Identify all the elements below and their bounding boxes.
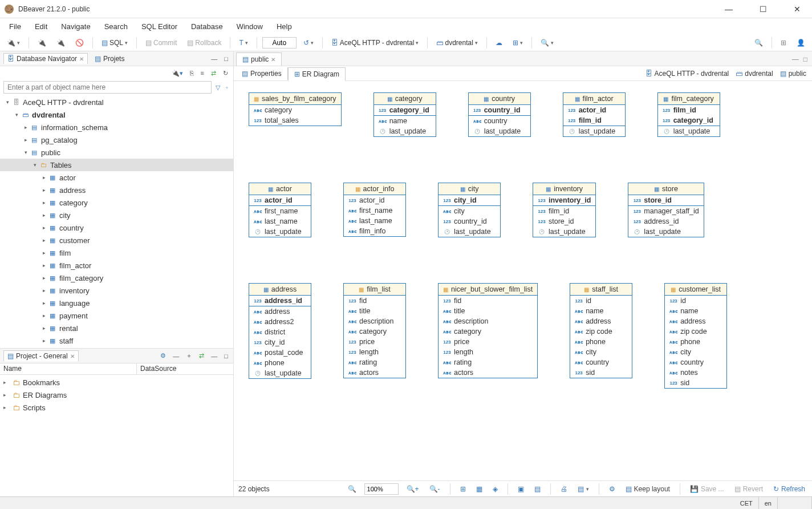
- menu-help[interactable]: Help: [271, 20, 298, 33]
- column-name[interactable]: ᴀʙᴄname: [665, 306, 726, 316]
- keep-layout-button[interactable]: ▤Keep layout: [623, 484, 672, 494]
- col-name[interactable]: Name: [0, 363, 137, 374]
- column-first_name[interactable]: ᴀʙᴄfirst_name: [344, 205, 405, 216]
- collapse-icon[interactable]: ≡: [199, 68, 206, 78]
- column-total_sales[interactable]: 123total_sales: [249, 115, 341, 126]
- editor-min-icon[interactable]: —: [790, 53, 801, 66]
- tree-staff[interactable]: ▸▦staff: [0, 334, 233, 347]
- entity-header[interactable]: ▦inventory: [533, 183, 595, 195]
- column-sid[interactable]: 123sid: [665, 378, 726, 388]
- tool-icon[interactable]: 🔌: [34, 38, 50, 48]
- zoom-in-icon[interactable]: 🔍+: [404, 484, 421, 494]
- gear-icon[interactable]: ⚙: [159, 351, 168, 361]
- tree-film-category[interactable]: ▸▦film_category: [0, 272, 233, 284]
- project-item-bookmarks[interactable]: ▸🗀Bookmarks: [0, 376, 233, 389]
- column-last_update[interactable]: 🕐last_update: [658, 126, 720, 136]
- entity-header[interactable]: ▦actor_info: [344, 183, 405, 195]
- menu-edit[interactable]: Edit: [29, 20, 53, 33]
- crumb-schema[interactable]: ▤public: [777, 70, 810, 78]
- minimize-button[interactable]: —: [718, 5, 739, 14]
- column-name[interactable]: ᴀʙᴄname: [374, 116, 436, 126]
- column-phone[interactable]: ᴀʙᴄphone: [249, 358, 311, 368]
- column-city[interactable]: ᴀʙᴄcity: [570, 347, 632, 357]
- menu-file[interactable]: File: [3, 20, 27, 33]
- auto-dropdown[interactable]: ↺▾: [300, 38, 317, 48]
- entity-header[interactable]: ▦sales_by_film_category: [249, 93, 341, 105]
- entity-nicer_but_slower_film_list[interactable]: ▦nicer_but_slower_film_list123fidᴀʙᴄtitl…: [438, 283, 538, 378]
- tree-film[interactable]: ▸▦film: [0, 247, 233, 259]
- tree-aceql-http---dvdrental[interactable]: ▾🗄AceQL HTTP - dvdrental: [0, 96, 233, 108]
- column-first_name[interactable]: ᴀʙᴄfirst_name: [249, 206, 311, 216]
- menu-database[interactable]: Database: [185, 20, 229, 33]
- tab-er-diagram[interactable]: ⊞ER Diagram: [288, 67, 346, 81]
- column-address[interactable]: ᴀʙᴄaddress: [665, 316, 726, 326]
- project-tab[interactable]: ▤Project - General ✕: [3, 350, 79, 361]
- entity-header[interactable]: ▦nicer_but_slower_film_list: [439, 284, 537, 296]
- export-icon[interactable]: ▤▾: [575, 484, 591, 494]
- save-button[interactable]: 💾 Save ...: [688, 484, 726, 494]
- column-notes[interactable]: ᴀʙᴄnotes: [665, 367, 726, 378]
- plus-icon[interactable]: ＋: [184, 350, 194, 361]
- refresh-icon[interactable]: ↻: [221, 68, 230, 78]
- filter-clear-icon[interactable]: ◦: [224, 83, 230, 92]
- column-district[interactable]: ᴀʙᴄdistrict: [249, 327, 311, 337]
- tree-payment[interactable]: ▸▦payment: [0, 309, 233, 322]
- notation-icon-2[interactable]: ▤: [532, 484, 543, 494]
- column-address[interactable]: ᴀʙᴄaddress: [249, 306, 311, 317]
- column-film_id[interactable]: 123film_id: [658, 105, 720, 115]
- entity-header[interactable]: ▦actor: [249, 183, 311, 195]
- entity-actor[interactable]: ▦actor123actor_idᴀʙᴄfirst_nameᴀʙᴄlast_na…: [249, 183, 311, 237]
- column-film_info[interactable]: ᴀʙᴄfilm_info: [344, 226, 405, 236]
- menu-navigate[interactable]: Navigate: [55, 20, 96, 33]
- project-tree[interactable]: ▸🗀Bookmarks▸🗀ER Diagrams▸🗀Scripts: [0, 375, 233, 496]
- minimize-pane-icon[interactable]: —: [209, 54, 219, 63]
- column-fid[interactable]: 123fid: [439, 296, 537, 306]
- entity-header[interactable]: ▦customer_list: [665, 284, 726, 296]
- tree-inventory[interactable]: ▸▦inventory: [0, 284, 233, 297]
- column-description[interactable]: ᴀʙᴄdescription: [439, 316, 537, 326]
- column-last_update[interactable]: 🕐last_update: [533, 227, 595, 237]
- tree-country[interactable]: ▸▦country: [0, 221, 233, 234]
- entity-address[interactable]: ▦address123address_idᴀʙᴄaddressᴀʙᴄaddres…: [249, 283, 311, 379]
- search-input[interactable]: [3, 81, 212, 94]
- entity-header[interactable]: ▦film_actor: [563, 93, 625, 105]
- column-country_id[interactable]: 123country_id: [439, 216, 500, 227]
- column-inventory_id[interactable]: 123inventory_id: [533, 195, 595, 205]
- entity-header[interactable]: ▦film_category: [658, 93, 720, 105]
- entity-header[interactable]: ▦store: [628, 183, 703, 195]
- menu-sql-editor[interactable]: SQL Editor: [136, 20, 183, 33]
- tool-icon-2[interactable]: 🔌: [53, 38, 68, 48]
- column-actor_id[interactable]: 123actor_id: [344, 195, 405, 205]
- column-city[interactable]: ᴀʙᴄcity: [665, 347, 726, 357]
- entity-header[interactable]: ▦category: [374, 93, 436, 105]
- column-name[interactable]: ᴀʙᴄname: [570, 306, 632, 316]
- maximize-button[interactable]: ☐: [753, 5, 773, 14]
- auto-commit-input[interactable]: [262, 37, 297, 49]
- column-address_id[interactable]: 123address_id: [249, 296, 311, 306]
- entity-sales_by_film_category[interactable]: ▦sales_by_film_categoryᴀʙᴄcategory123tot…: [249, 92, 342, 126]
- project-item-scripts[interactable]: ▸🗀Scripts: [0, 401, 233, 414]
- tree-information-schema[interactable]: ▸▤information_schema: [0, 121, 233, 134]
- column-store_id[interactable]: 123store_id: [628, 195, 703, 205]
- column-country[interactable]: ᴀʙᴄcountry: [665, 357, 726, 367]
- column-rating[interactable]: ᴀʙᴄrating: [439, 357, 537, 367]
- column-store_id[interactable]: 123store_id: [533, 216, 595, 227]
- global-search-icon[interactable]: 🔍: [751, 38, 766, 48]
- link-icon[interactable]: ⇄: [209, 68, 218, 78]
- column-film_id[interactable]: 123film_id: [563, 115, 625, 126]
- proj-max-icon[interactable]: □: [222, 352, 230, 361]
- entity-header[interactable]: ▦film_list: [344, 284, 405, 296]
- column-fid[interactable]: 123fid: [344, 296, 405, 306]
- entity-city[interactable]: ▦city123city_idᴀʙᴄcity123country_id🕐last…: [438, 183, 501, 237]
- column-last_update[interactable]: 🕐last_update: [374, 126, 436, 136]
- column-actors[interactable]: ᴀʙᴄactors: [344, 367, 405, 378]
- projects-tab[interactable]: ▤Projets: [91, 54, 128, 64]
- entity-inventory[interactable]: ▦inventory123inventory_id123film_id123st…: [533, 183, 596, 237]
- navigator-tree[interactable]: ▾🗄AceQL HTTP - dvdrental▾🗃dvdrental▸▤inf…: [0, 95, 233, 348]
- column-manager_staff_id[interactable]: 123manager_staff_id: [628, 206, 703, 216]
- search-toolbar-button[interactable]: 🔍▾: [537, 38, 557, 48]
- column-title[interactable]: ᴀʙᴄtitle: [439, 306, 537, 316]
- crumb-connection[interactable]: 🗄AceQL HTTP - dvdrental: [642, 70, 733, 78]
- column-rating[interactable]: ᴀʙᴄrating: [344, 357, 405, 367]
- entity-header[interactable]: ▦address: [249, 284, 311, 296]
